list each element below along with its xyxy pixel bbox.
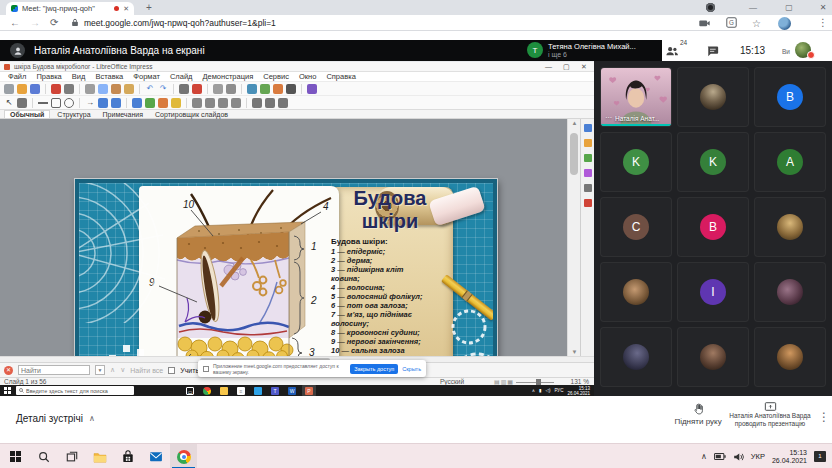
participants-icon[interactable]: [664, 44, 679, 57]
shared-taskbar-search[interactable]: Введите здесь текст для поиска: [16, 386, 134, 395]
menu-Вид[interactable]: Вид: [67, 72, 91, 81]
profile-avatar[interactable]: [778, 17, 791, 30]
impress-minimize-icon[interactable]: —: [545, 62, 552, 72]
canvas-vertical-scrollbar[interactable]: ▲ ▼: [567, 119, 580, 356]
forward-button[interactable]: →: [30, 15, 40, 30]
participant-tile[interactable]: [600, 327, 672, 387]
filter-icon[interactable]: [278, 98, 288, 108]
menu-Окно[interactable]: Окно: [294, 72, 321, 81]
curve-icon[interactable]: [98, 98, 108, 108]
menu-Правка[interactable]: Правка: [31, 72, 66, 81]
rectangle-icon[interactable]: [51, 98, 61, 108]
participant-tile[interactable]: K: [600, 132, 672, 192]
shared-speaker-icon[interactable]: ◁): [545, 388, 550, 393]
meeting-details-button[interactable]: Деталі зустрічі ∧: [16, 413, 95, 424]
screen-record-icon[interactable]: [706, 3, 715, 12]
back-button[interactable]: ←: [10, 15, 20, 30]
mail-icon[interactable]: [148, 449, 163, 464]
window-close-button[interactable]: ✕: [816, 1, 830, 14]
view-tab-Обычный[interactable]: Обычный: [4, 110, 50, 118]
view-tab-Структура[interactable]: Структура: [52, 111, 95, 118]
table-icon[interactable]: [247, 84, 257, 94]
undo-icon[interactable]: ↶: [145, 84, 155, 94]
copy-icon[interactable]: [98, 84, 108, 94]
participant-tile[interactable]: K: [677, 132, 749, 192]
word-document-icon[interactable]: ≡: [237, 387, 245, 395]
notification-center-icon[interactable]: 1: [814, 451, 826, 462]
participant-tile[interactable]: C: [600, 197, 672, 257]
vertical-scroll-thumb[interactable]: [570, 133, 578, 175]
zoom-icon[interactable]: [17, 98, 27, 108]
participant-tile[interactable]: [754, 197, 826, 257]
participant-tile[interactable]: B: [754, 67, 826, 127]
stars-icon[interactable]: [171, 98, 181, 108]
raise-hand-button[interactable]: Підняти руку: [672, 402, 724, 426]
more-options-icon[interactable]: ⋮: [818, 410, 830, 424]
zoom-slider[interactable]: [516, 382, 554, 383]
tray-chevron-icon[interactable]: ∧: [701, 452, 707, 461]
chrome-icon[interactable]: [203, 387, 211, 395]
search-icon[interactable]: [36, 449, 51, 464]
teams-icon[interactable]: T: [271, 387, 279, 395]
window-minimize-button[interactable]: —: [746, 1, 760, 14]
save-icon[interactable]: [30, 84, 40, 94]
view-tab-Примечания[interactable]: Примечания: [98, 111, 148, 118]
chart-icon[interactable]: [273, 84, 283, 94]
speaker-icon[interactable]: [733, 452, 744, 462]
bookmark-star-icon[interactable]: ☆: [752, 16, 761, 31]
browser-tab[interactable]: Meet: "jwq-npwq-qoh" ✕: [6, 2, 134, 15]
participant-tile[interactable]: I: [677, 262, 749, 322]
impress-presentation-icon[interactable]: P: [305, 387, 313, 395]
new-icon[interactable]: [4, 84, 14, 94]
animation-icon[interactable]: [584, 154, 592, 162]
participant-tile[interactable]: ⋯Наталія Анат...: [600, 67, 672, 127]
arrange-icon[interactable]: [231, 98, 241, 108]
styles-icon[interactable]: [584, 184, 592, 192]
open-icon[interactable]: [17, 84, 27, 94]
cut-icon[interactable]: [85, 84, 95, 94]
redo-icon[interactable]: ↷: [158, 84, 168, 94]
participant-tile[interactable]: [754, 262, 826, 322]
tab-close-icon[interactable]: ✕: [123, 5, 129, 13]
menu-Сервис[interactable]: Сервис: [258, 72, 294, 81]
find-close-icon[interactable]: ✕: [4, 366, 13, 375]
find-input[interactable]: [18, 365, 90, 375]
participants-preview[interactable]: Т Тетяна Олегівна Михай... і ще 6: [527, 42, 636, 59]
participant-tile[interactable]: B: [677, 197, 749, 257]
hide-notice-button[interactable]: Скрыть: [402, 366, 421, 372]
slideshow-icon[interactable]: [307, 84, 317, 94]
menu-Файл[interactable]: Файл: [3, 72, 31, 81]
match-case-checkbox[interactable]: [168, 367, 175, 374]
reload-button[interactable]: ⟳: [50, 15, 58, 30]
impress-canvas[interactable]: Будова шкіри Будова шкіри: 1 — епідерміс…: [0, 119, 594, 356]
store-icon[interactable]: [120, 449, 135, 464]
impress-titlebar[interactable]: шкіра Будова мікробіолог - LibreOffice I…: [0, 62, 594, 72]
paste-icon[interactable]: [111, 84, 121, 94]
menu-Формат[interactable]: Формат: [128, 72, 165, 81]
shadow-icon[interactable]: [252, 98, 262, 108]
menu-Слайд[interactable]: Слайд: [165, 72, 198, 81]
task-view-icon[interactable]: [64, 449, 79, 464]
tile-options-icon[interactable]: ⋯: [605, 114, 612, 122]
new-tab-button[interactable]: +: [146, 2, 152, 14]
rotate-icon[interactable]: [192, 98, 202, 108]
find-previous-icon[interactable]: ∧: [110, 366, 115, 374]
slide-transition-icon[interactable]: [584, 139, 592, 147]
block-arrows-icon[interactable]: [158, 98, 168, 108]
host-clock[interactable]: 15:13 26.04.2021: [772, 449, 807, 465]
polygon-icon[interactable]: [111, 98, 121, 108]
menu-Вставка[interactable]: Вставка: [90, 72, 128, 81]
participant-tile[interactable]: [754, 327, 826, 387]
participant-tile[interactable]: A: [754, 132, 826, 192]
select-icon[interactable]: ↖: [4, 98, 14, 108]
word-icon[interactable]: W: [288, 387, 296, 395]
presenting-status[interactable]: Наталія Анатоліївна Варда проводить през…: [728, 401, 812, 428]
camera-permission-icon[interactable]: [698, 17, 711, 29]
onedrive-icon[interactable]: [254, 387, 262, 395]
clone-formatting-icon[interactable]: [124, 84, 134, 94]
image-icon[interactable]: [260, 84, 270, 94]
impress-close-icon[interactable]: ✕: [581, 62, 587, 72]
master-slides-icon[interactable]: [584, 169, 592, 177]
window-maximize-button[interactable]: ▢: [782, 1, 796, 14]
crop-icon[interactable]: [265, 98, 275, 108]
